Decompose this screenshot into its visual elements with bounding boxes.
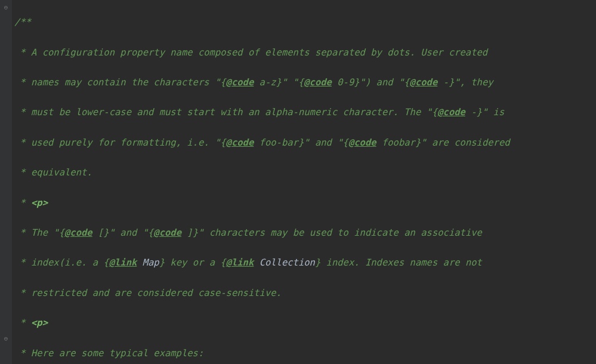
javadoc-line: * index(i.e. a {@link Map} key or a {@li… <box>14 255 510 270</box>
javadoc-line: * used purely for formatting, i.e. "{@co… <box>14 135 510 150</box>
javadoc-line: * The "{@code [}" and "{@code ]}" charac… <box>14 226 510 240</box>
javadoc-line: * A configuration property name composed… <box>14 45 510 60</box>
fold-marker-close-icon[interactable]: ⊖ <box>2 335 10 343</box>
javadoc-line: * Here are some typical examples: <box>14 346 510 361</box>
javadoc-line: * names may contain the characters "{@co… <box>14 75 510 90</box>
code-editor[interactable]: ⊖ ⊖ /** * A configuration property name … <box>0 0 596 364</box>
javadoc-line: * equivalent. <box>14 165 510 180</box>
javadoc-line: * must be lower-case and must start with… <box>14 105 510 120</box>
javadoc-line: * <p> <box>14 196 510 211</box>
gutter: ⊖ ⊖ <box>0 0 12 364</box>
code-area[interactable]: /** * A configuration property name comp… <box>12 0 510 364</box>
javadoc-open: /** <box>14 15 510 30</box>
javadoc-line: * <p> <box>14 316 510 331</box>
javadoc-line: * restricted and are considered case-sen… <box>14 286 510 301</box>
fold-marker-open-icon[interactable]: ⊖ <box>2 4 10 12</box>
